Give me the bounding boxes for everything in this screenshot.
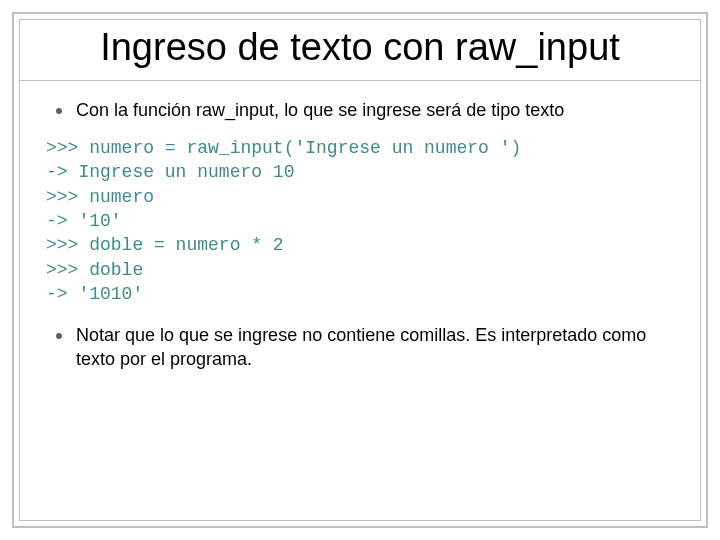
bullet-dot-icon <box>56 333 62 339</box>
outer-frame: Ingreso de texto con raw_input Con la fu… <box>12 12 708 528</box>
bullet-dot-icon <box>56 108 62 114</box>
bullet-row: Notar que lo que se ingrese no contiene … <box>46 324 674 371</box>
slide-title: Ingreso de texto con raw_input <box>30 26 690 70</box>
code-block: >>> numero = raw_input('Ingrese un numer… <box>46 136 674 306</box>
inner-frame: Ingreso de texto con raw_input Con la fu… <box>19 19 701 521</box>
bullet-text: Notar que lo que se ingrese no contiene … <box>76 324 674 371</box>
bullet-text: Con la función raw_input, lo que se ingr… <box>76 99 564 122</box>
body-area: Con la función raw_input, lo que se ingr… <box>20 81 700 520</box>
slide: Ingreso de texto con raw_input Con la fu… <box>0 0 720 540</box>
title-area: Ingreso de texto con raw_input <box>20 20 700 80</box>
bullet-row: Con la función raw_input, lo que se ingr… <box>46 99 674 122</box>
